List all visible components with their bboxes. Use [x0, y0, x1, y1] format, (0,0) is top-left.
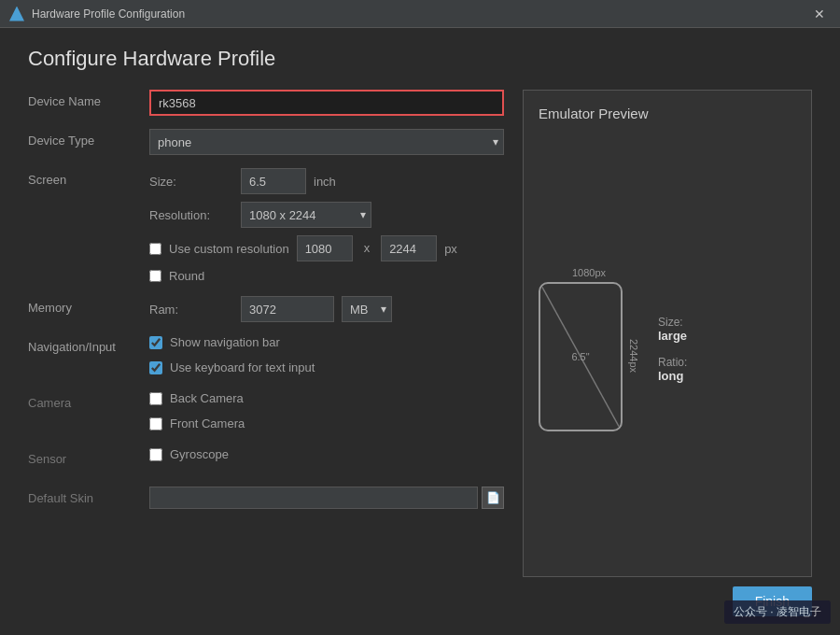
device-type-controls: phone tablet wear tv automotive	[149, 129, 504, 155]
custom-resolution-checkbox[interactable]	[149, 243, 161, 255]
screen-size-row: Size: inch	[149, 168, 504, 194]
sensor-row: Sensor Gyroscope	[28, 447, 504, 473]
round-checkbox[interactable]	[149, 270, 161, 282]
phone-size-label: 6.5"	[571, 351, 589, 362]
preview-content: 1080px 6.5" 2244px Size:	[539, 136, 796, 561]
ram-unit-wrapper: MB GB	[342, 296, 392, 322]
gyroscope-label: Gyroscope	[170, 447, 229, 461]
round-label: Round	[169, 269, 204, 283]
front-camera-row: Front Camera	[149, 416, 504, 430]
round-row: Round	[149, 269, 504, 283]
device-name-controls	[149, 90, 504, 116]
custom-resolution-label: Use custom resolution	[169, 242, 289, 256]
preview-info: Size: large Ratio: long	[658, 316, 687, 383]
screen-resolution-row: Resolution: 1080 x 2244 1080 x 1920 720 …	[149, 202, 504, 228]
gyroscope-checkbox[interactable]	[149, 448, 162, 461]
resolution-sublabel: Resolution:	[149, 208, 233, 222]
ratio-info-key: Ratio:	[658, 356, 687, 369]
size-info: Size: large	[658, 316, 687, 343]
device-name-row: Device Name	[28, 90, 504, 116]
device-type-row: Device Type phone tablet wear tv automot…	[28, 129, 504, 155]
show-nav-checkbox[interactable]	[149, 336, 162, 349]
device-name-label: Device Name	[28, 90, 149, 108]
navigation-controls: Show navigation bar Use keyboard for tex…	[149, 335, 504, 378]
front-camera-label: Front Camera	[170, 416, 245, 430]
custom-height-input[interactable]	[381, 235, 437, 261]
sensor-label: Sensor	[28, 447, 149, 466]
top-px-label: 1080px	[572, 267, 606, 278]
navigation-row: Navigation/Input Show navigation bar Use…	[28, 335, 504, 378]
screen-controls: Size: inch Resolution: 1080 x 2244 1080 …	[149, 168, 504, 283]
phone-with-label: 6.5" 2244px	[539, 282, 639, 431]
skin-input-wrapper: 📄	[149, 487, 504, 509]
use-keyboard-row: Use keyboard for text input	[149, 360, 504, 374]
screen-row: Screen Size: inch Resolution: 1080 x 224…	[28, 168, 504, 283]
phone-outline: 6.5"	[539, 282, 623, 431]
camera-row: Camera Back Camera Front Camera	[28, 391, 504, 434]
back-camera-label: Back Camera	[170, 391, 244, 405]
navigation-label: Navigation/Input	[28, 335, 149, 354]
preview-panel: Emulator Preview 1080px 6.5" 2244px	[523, 90, 812, 577]
form-panel: Device Name Device Type phone tablet wea…	[28, 90, 504, 577]
skin-browse-button[interactable]: 📄	[482, 487, 504, 509]
custom-unit-label: px	[444, 242, 457, 256]
gyroscope-row: Gyroscope	[149, 447, 504, 461]
watermark: 公众号 · 凌智电子	[724, 600, 831, 624]
size-unit-label: inch	[314, 175, 336, 189]
camera-label: Camera	[28, 391, 149, 410]
use-keyboard-checkbox[interactable]	[149, 361, 162, 374]
memory-row: Memory Ram: MB GB	[28, 296, 504, 322]
memory-controls: Ram: MB GB	[149, 296, 504, 322]
x-separator: x	[360, 235, 374, 261]
content-area: Device Name Device Type phone tablet wea…	[28, 90, 812, 577]
memory-label: Memory	[28, 296, 149, 315]
ratio-info: Ratio: long	[658, 356, 687, 383]
size-info-value: large	[658, 329, 687, 343]
screen-label: Screen	[28, 168, 149, 187]
default-skin-label: Default Skin	[28, 487, 149, 505]
sensor-controls: Gyroscope	[149, 447, 504, 465]
resolution-select-wrapper: 1080 x 2244 1080 x 1920 720 x 1280	[241, 202, 371, 228]
front-camera-checkbox[interactable]	[149, 417, 162, 430]
device-type-label: Device Type	[28, 129, 149, 148]
close-button[interactable]: ✕	[808, 5, 831, 23]
memory-ram-row: Ram: MB GB	[149, 296, 504, 322]
app-icon	[9, 7, 24, 21]
preview-title: Emulator Preview	[539, 106, 796, 121]
ram-sublabel: Ram:	[149, 303, 233, 317]
back-camera-checkbox[interactable]	[149, 392, 162, 405]
screen-size-input[interactable]	[241, 168, 306, 194]
device-name-input[interactable]	[149, 90, 504, 116]
show-nav-label: Show navigation bar	[170, 335, 280, 349]
custom-width-input[interactable]	[297, 235, 353, 261]
right-px-label: 2244px	[628, 339, 639, 373]
window-title: Hardware Profile Configuration	[32, 7, 808, 21]
bottom-bar: Finish	[28, 577, 812, 616]
ram-unit-select[interactable]: MB GB	[342, 296, 392, 322]
resolution-select[interactable]: 1080 x 2244 1080 x 1920 720 x 1280	[241, 202, 371, 228]
title-bar: Hardware Profile Configuration ✕	[0, 0, 840, 28]
back-camera-row: Back Camera	[149, 391, 504, 405]
default-skin-row: Default Skin 📄	[28, 487, 504, 513]
main-content: Configure Hardware Profile Device Name D…	[0, 28, 840, 635]
ram-input[interactable]	[241, 296, 334, 322]
device-type-select[interactable]: phone tablet wear tv automotive	[149, 129, 504, 155]
device-preview-area: 1080px 6.5" 2244px	[539, 267, 639, 431]
device-type-select-wrapper: phone tablet wear tv automotive	[149, 129, 504, 155]
camera-controls: Back Camera Front Camera	[149, 391, 504, 434]
default-skin-controls: 📄	[149, 487, 504, 509]
custom-resolution-row: Use custom resolution x px	[149, 235, 504, 261]
size-sublabel: Size:	[149, 175, 233, 189]
size-info-key: Size:	[658, 316, 687, 329]
ratio-info-value: long	[658, 369, 687, 383]
show-nav-row: Show navigation bar	[149, 335, 504, 349]
page-title: Configure Hardware Profile	[28, 47, 812, 71]
use-keyboard-label: Use keyboard for text input	[170, 360, 315, 374]
skin-path-input[interactable]	[149, 487, 478, 509]
